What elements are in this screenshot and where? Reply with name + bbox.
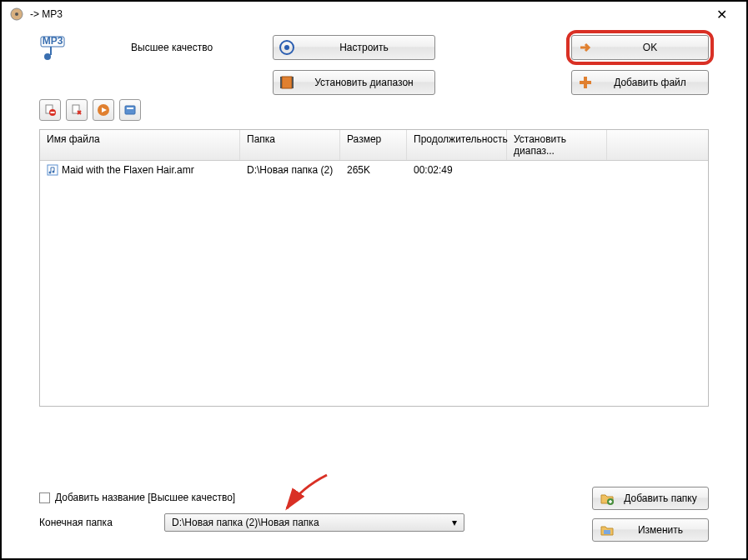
- add-title-label: Добавить название [Высшее качество]: [55, 492, 235, 503]
- svg-rect-10: [292, 77, 294, 88]
- small-toolbar: [2, 99, 746, 129]
- svg-point-19: [49, 172, 52, 174]
- add-title-checkbox[interactable]: [39, 492, 50, 503]
- add-file-label: Добавить файл: [597, 77, 703, 88]
- dest-folder-select[interactable]: D:\Новая папка (2)\Новая папка ▾: [164, 513, 464, 532]
- svg-point-4: [44, 53, 51, 60]
- add-folder-button[interactable]: Добавить папку: [592, 487, 709, 510]
- close-button[interactable]: ✕: [705, 2, 738, 26]
- table-header: Имя файла Папка Размер Продолжительность…: [40, 130, 708, 161]
- film-icon: [279, 74, 295, 91]
- svg-rect-9: [280, 77, 282, 88]
- th-size[interactable]: Размер: [340, 130, 407, 160]
- app-icon: [10, 8, 23, 21]
- plus-icon: [577, 74, 594, 91]
- svg-rect-16: [125, 106, 135, 114]
- file-table: Имя файла Папка Размер Продолжительность…: [39, 129, 709, 407]
- svg-rect-22: [604, 530, 610, 534]
- titlebar: -> MP3 ✕: [2, 2, 746, 27]
- svg-rect-17: [127, 108, 133, 109]
- svg-rect-8: [282, 77, 292, 88]
- cell-filename: Maid with the Flaxen Hair.amr: [62, 164, 194, 176]
- cell-size: 265K: [340, 162, 407, 178]
- mp3-icon: MP3: [39, 35, 66, 62]
- svg-point-1: [15, 12, 18, 16]
- audio-file-icon: [47, 164, 58, 176]
- clear-list-button[interactable]: [66, 99, 88, 121]
- cell-folder: D:\Новая папка (2): [240, 162, 340, 178]
- th-range[interactable]: Установить диапаз...: [507, 130, 607, 160]
- folder-plus-icon: [600, 491, 615, 506]
- change-label: Изменить: [620, 524, 701, 536]
- set-range-button[interactable]: Установить диапазон: [273, 70, 435, 95]
- add-folder-label: Добавить папку: [620, 492, 701, 504]
- svg-point-7: [284, 45, 289, 50]
- bottom-section: Добавить название [Высшее качество] Коне…: [39, 492, 709, 542]
- configure-button[interactable]: Настроить: [273, 35, 435, 60]
- set-range-label: Установить диапазон: [299, 77, 429, 88]
- cell-duration: 00:02:49: [407, 162, 507, 178]
- top-toolbar: MP3 Высшее качество Настроить Установить…: [2, 27, 746, 99]
- th-folder[interactable]: Папка: [240, 130, 340, 160]
- folder-open-icon: [600, 522, 615, 538]
- remove-file-button[interactable]: [39, 99, 61, 121]
- th-duration[interactable]: Продолжительность: [407, 130, 507, 160]
- arrow-right-icon: [577, 39, 594, 56]
- ok-label: OK: [597, 42, 703, 53]
- cell-range: [507, 162, 607, 178]
- svg-point-20: [53, 171, 55, 173]
- svg-rect-13: [51, 112, 55, 113]
- change-button[interactable]: Изменить: [592, 518, 709, 542]
- configure-label: Настроить: [299, 42, 429, 53]
- add-file-button[interactable]: Добавить файл: [571, 70, 709, 95]
- svg-rect-5: [50, 47, 52, 55]
- play-button[interactable]: [93, 99, 114, 121]
- th-filename[interactable]: Имя файла: [40, 130, 240, 160]
- dest-folder-label: Конечная папка: [39, 517, 164, 528]
- table-row[interactable]: Maid with the Flaxen Hair.amr D:\Новая п…: [40, 161, 708, 179]
- ok-highlight: OK: [571, 35, 709, 60]
- quality-label: Высшее качество: [131, 35, 256, 53]
- ok-button[interactable]: OK: [571, 35, 709, 60]
- info-button[interactable]: [119, 99, 141, 121]
- chevron-down-icon: ▾: [452, 517, 457, 528]
- format-icon-area: MP3: [39, 35, 114, 64]
- svg-text:MP3: MP3: [43, 35, 63, 47]
- svg-rect-18: [48, 165, 58, 175]
- dest-folder-value: D:\Новая папка (2)\Новая папка: [172, 517, 319, 528]
- window-title: -> MP3: [30, 8, 705, 20]
- gear-icon: [279, 39, 295, 56]
